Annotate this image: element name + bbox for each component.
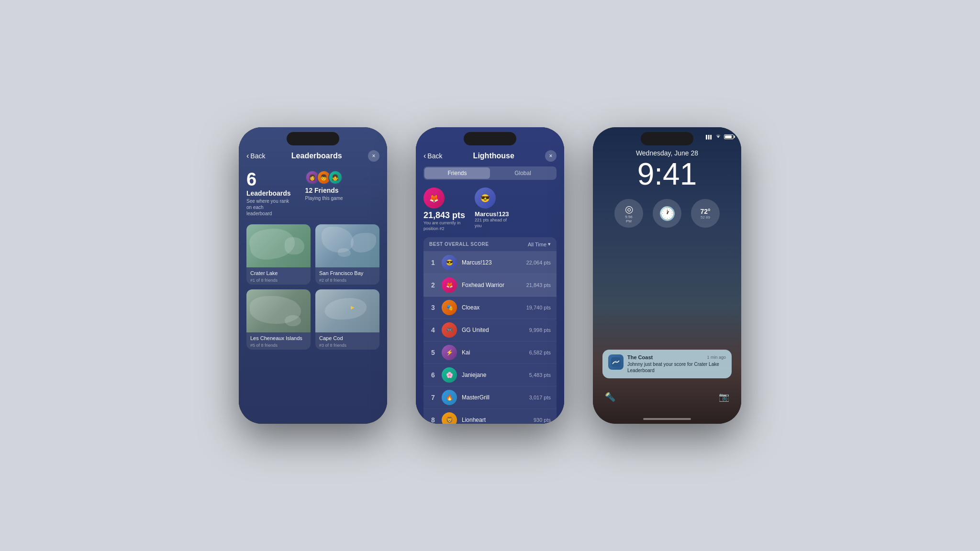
player-self-face: 🦊 [423, 187, 445, 209]
phone3-notch [641, 132, 693, 145]
flashlight-button[interactable]: 🔦 [602, 389, 618, 405]
leaderboards-count: 6 [246, 170, 291, 188]
lb-pts-8: 930 pts [534, 417, 551, 423]
lb-header: BEST OVERALL SCORE All Time ▾ [423, 237, 557, 252]
phone3-screen: ▌▌▌ Wednesday, June 28 9:41 [593, 127, 741, 424]
map-item-4[interactable]: ▶ Cape Cod #3 of 8 friends [315, 289, 379, 350]
lb-face-3: 🎭 [442, 300, 457, 315]
map-island-5 [338, 248, 351, 257]
widget-activity: ◎ 5:56 PM [614, 199, 643, 228]
friends-sublabel: Playing this game [305, 195, 343, 201]
friends-stat: 👩 👦 👧 12 Friends Playing this game [305, 170, 343, 201]
camera-icon: 📷 [719, 392, 729, 402]
phone2-back-button[interactable]: ‹ Back [423, 152, 442, 160]
lb-row-1[interactable]: 1 😎 Marcus!123 22,064 pts [423, 252, 557, 274]
lb-row-4[interactable]: 4 🎮 GG United 9,998 pts [423, 319, 557, 342]
svg-point-1 [615, 361, 617, 363]
lb-pts-2: 21,843 pts [526, 282, 551, 288]
lb-pts-5: 6,582 pts [529, 350, 551, 355]
current-time: 9:41 [593, 159, 741, 189]
map-name-3: Les Cheneaux Islands [250, 335, 307, 342]
close-icon: × [372, 153, 375, 159]
lb-avatar-5: ⚡ [442, 345, 457, 360]
stats-section: 6 Leaderboards See where you rank on eac… [239, 166, 387, 220]
lb-avatar-7: 🔥 [442, 390, 457, 405]
leaderboard-section: BEST OVERALL SCORE All Time ▾ 1 😎 Marcus… [423, 237, 557, 424]
notification-header-row: The Coast 1 min ago [627, 354, 726, 360]
friend-avatar-3: 👧 [328, 170, 343, 185]
map-name-2: San Francisco Bay [319, 270, 376, 276]
lb-row-2[interactable]: 2 🦊 Foxhead Warrior 21,843 pts [423, 274, 557, 297]
map-item-2[interactable]: San Francisco Bay #2 of 8 friends [315, 224, 379, 285]
player-ahead-name: Marcus!123 [475, 210, 513, 218]
lb-name-4: GG United [462, 327, 524, 333]
map-item-1[interactable]: Crater Lake #1 of 8 friends [246, 224, 311, 285]
phone1-notch [287, 132, 339, 145]
lb-row-3[interactable]: 3 🎭 Cloeax 19,740 pts [423, 297, 557, 319]
lb-name-7: MasterGrill [462, 394, 524, 401]
friend-avatars: 👩 👦 👧 [305, 170, 343, 185]
lb-rank-8: 8 [429, 416, 437, 424]
widget-weather: 72° 52 89 [691, 199, 720, 228]
camera-button[interactable]: 📷 [716, 389, 732, 405]
map-thumbnail-1 [246, 224, 311, 267]
lb-pts-6: 5,483 pts [529, 372, 551, 378]
phone2-close-button[interactable]: × [545, 150, 557, 162]
notification-content: The Coast 1 min ago Johnny just beat you… [627, 354, 726, 374]
lb-face-2: 🦊 [442, 277, 457, 293]
friends-count: 12 Friends [305, 187, 343, 194]
segment-friends[interactable]: Friends [424, 167, 490, 179]
notification-card[interactable]: The Coast 1 min ago Johnny just beat you… [602, 350, 732, 378]
lb-pts-4: 9,998 pts [529, 327, 551, 333]
map-marker: ▶ [351, 305, 355, 310]
phone2-notch [464, 132, 516, 145]
map-island-4 [351, 233, 377, 253]
player-highlights: 🦊 21,843 pts You are currently in positi… [416, 185, 564, 234]
leaderboards-stat: 6 Leaderboards See where you rank on eac… [246, 170, 291, 217]
lb-filter[interactable]: All Time ▾ [528, 241, 551, 247]
leaderboards-sublabel: See where you rank on each leaderboard [246, 198, 290, 217]
activity-time: 5:56 [625, 215, 633, 219]
lb-name-6: Janiejane [462, 372, 524, 378]
map-island-2 [285, 237, 304, 254]
phone2-chevron-left-icon: ‹ [423, 152, 426, 160]
lb-rank-6: 6 [429, 371, 437, 379]
lb-rank-7: 7 [429, 394, 437, 401]
lb-filter-chevron-icon: ▾ [548, 241, 551, 247]
map-rank-2: #2 of 8 friends [319, 278, 376, 283]
map-island-8 [325, 298, 367, 320]
player-self-avatar: 🦊 [423, 187, 445, 209]
lb-pts-7: 3,017 pts [529, 395, 551, 400]
lb-row-7[interactable]: 7 🔥 MasterGrill 3,017 pts [423, 386, 557, 409]
widget-clock: 🕐 [653, 199, 681, 228]
wifi-svg [715, 134, 721, 139]
lb-name-2: Foxhead Warrior [462, 282, 522, 288]
lb-rank-1: 1 [429, 259, 437, 266]
lb-avatar-3: 🎭 [442, 300, 457, 315]
phone1-screen: ‹ Back Leaderboards × 6 Leaderboards See… [239, 127, 387, 424]
lb-face-6: 🌸 [442, 367, 457, 383]
phone2-screen: ‹ Back Lighthouse × Friends Global 🦊 21,… [416, 127, 564, 424]
player-self-sub: You are currently in position #2 [423, 220, 462, 231]
map-item-3[interactable]: Les Cheneaux Islands #5 of 8 friends [246, 289, 311, 350]
coast-app-svg [611, 357, 621, 367]
player-ahead-sub: 221 pts ahead of you [475, 218, 513, 229]
lockscreen-background: ▌▌▌ Wednesday, June 28 9:41 [593, 127, 741, 424]
lb-row-8[interactable]: 8 🦁 Lionheart 930 pts [423, 409, 557, 424]
player-ahead-card: 😎 Marcus!123 221 pts ahead of you [475, 187, 513, 229]
map-info-3: Les Cheneaux Islands #5 of 8 friends [246, 332, 311, 350]
back-button[interactable]: ‹ Back [246, 152, 265, 160]
player-self-card: 🦊 21,843 pts You are currently in positi… [423, 187, 465, 231]
temp-range: 52 89 [701, 215, 710, 220]
lb-name-3: Cloeax [462, 304, 522, 311]
chevron-left-icon: ‹ [246, 152, 249, 160]
close-button[interactable]: × [368, 150, 379, 162]
lockscreen-widgets: ◎ 5:56 PM 🕐 72° 52 89 [593, 199, 741, 228]
lb-row-5[interactable]: 5 ⚡ Kai 6,582 pts [423, 342, 557, 364]
lb-row-6[interactable]: 6 🌸 Janiejane 5,483 pts [423, 364, 557, 386]
battery-fill [725, 135, 732, 138]
back-label: Back [250, 152, 265, 160]
home-indicator [643, 418, 691, 420]
map-rank-3: #5 of 8 friends [250, 343, 307, 348]
segment-global[interactable]: Global [490, 167, 556, 179]
